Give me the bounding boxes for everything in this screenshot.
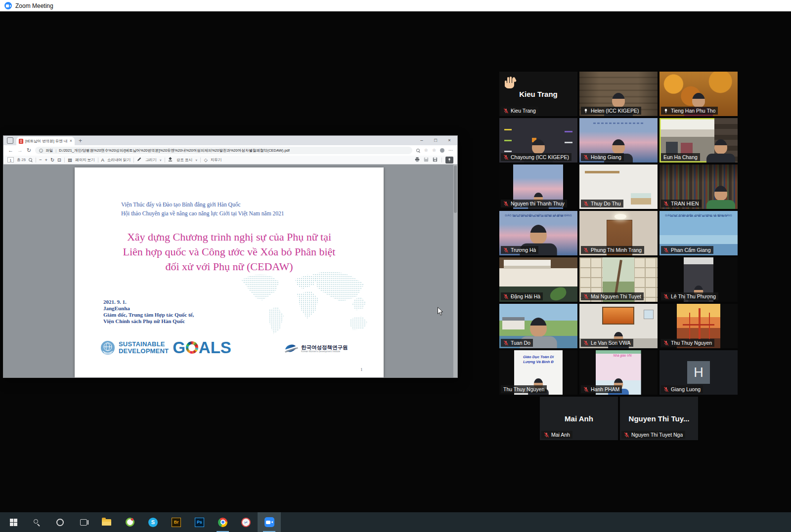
capture-tool-icon[interactable]: ✂ (234, 512, 258, 532)
participant-tile[interactable]: Kieu TrangKieu Trang (499, 72, 577, 116)
window-maximize-button[interactable]: □ (429, 136, 442, 145)
participant-tile[interactable]: HGiang Luong (659, 350, 738, 395)
erase-button[interactable]: 지우기 (211, 158, 222, 163)
zoom-out-icon[interactable]: − (39, 158, 42, 163)
zoom-icon[interactable] (258, 512, 281, 532)
cortana-icon[interactable] (48, 512, 72, 532)
fit-to-page-icon[interactable]: ⊡ (57, 158, 61, 163)
toolbar-pin-icon[interactable] (445, 157, 453, 164)
draw-pen-icon[interactable] (137, 157, 142, 163)
edge-browser-window[interactable]: [베트남어 번역본] 유엔 내 여성... × + – □ × ← → ↻ i … (3, 135, 458, 378)
page-view-icon[interactable]: ▤ (68, 158, 72, 163)
green-app-icon[interactable] (118, 512, 141, 532)
muted-mic-icon (583, 340, 589, 346)
page-view-button[interactable]: 페이지 보기 (75, 158, 95, 163)
participant-name-text: Helen (ICC KIGEPE) (591, 108, 639, 114)
participant-tile[interactable]: Thuy Do Thu (579, 164, 658, 209)
participant-tile[interactable]: Tieng Han Phu Tho (659, 72, 738, 116)
scrollbar-thumb[interactable] (454, 165, 457, 213)
participant-tile[interactable]: Helen (ICC KIGEPE) (579, 72, 658, 116)
draw-chevron-icon[interactable]: ∨ (160, 158, 162, 162)
participant-tile[interactable]: GIÁO DỤC TOÀN DIỆN, CHẤT LƯỢNG VÀ BÌNH Đ… (659, 211, 738, 255)
slide-author: JangEunha (103, 305, 194, 312)
start-icon[interactable] (2, 512, 25, 532)
window-close-button[interactable]: × (442, 136, 456, 145)
search-icon[interactable] (25, 512, 48, 532)
highlight-button[interactable]: 강조 표시 (176, 158, 192, 163)
new-tab-button[interactable]: + (79, 138, 82, 144)
participant-tile[interactable]: Eun Ha Chang (659, 118, 738, 163)
address-input[interactable]: i 파일 | D:/2021_개인/양평원%20연수%20강의/[베트남어%20… (35, 147, 412, 154)
participant-silhouette (705, 186, 737, 209)
participant-tile[interactable]: Đặng Hải Hà (499, 257, 577, 302)
participant-tile[interactable]: Giáo Dục Toàn DiLượng Và Bình ĐThu Thuy … (499, 350, 577, 395)
read-aloud-button[interactable]: 소리내어 읽기 (107, 158, 131, 163)
participant-tile[interactable]: Nguyen Thi Tuy...Nguyen Thi Tuyet Nga (620, 397, 698, 440)
collections-star-icon[interactable]: ☆ (424, 148, 428, 153)
participant-tile[interactable]: TRAN HIEN (659, 164, 738, 209)
muted-mic-icon (583, 155, 589, 160)
active-tab[interactable]: [베트남어 번역본] 유엔 내 여성... × (16, 137, 75, 145)
participant-tile[interactable]: Phung Thi Minh Trang (579, 211, 658, 255)
participant-name-text: Phan Cẩm Giang (671, 247, 711, 253)
print-icon[interactable] (415, 157, 420, 163)
profile-avatar-icon[interactable] (440, 148, 444, 153)
participant-tile[interactable]: Thu Thuy Nguyen (659, 304, 738, 348)
participant-tile[interactable]: GIÁO DỤC TOÀN DIỆN, CHẤT LƯỢNG VÀ BÌNH Đ… (499, 211, 577, 255)
participant-name-text: Thu Thuy Nguyen (671, 340, 712, 346)
skype-icon[interactable]: S (141, 512, 165, 532)
highlighter-icon[interactable] (168, 157, 174, 163)
tab-close-icon[interactable]: × (70, 139, 72, 143)
participant-tile[interactable]: Nhà giáo VNHanh PHAM (579, 350, 658, 395)
tile-banner-text: Nhà giáo VN (603, 354, 642, 357)
page-info-icon[interactable]: i (39, 149, 43, 153)
participant-name-text: Tieng Han Phu Tho (671, 108, 715, 114)
adobe-bridge-icon[interactable]: Br (165, 512, 188, 532)
participant-tile[interactable]: Hoàng Giang (579, 118, 658, 163)
participant-tile[interactable]: Nguyen thi Thanh Thuy (499, 164, 577, 209)
participant-tile[interactable]: Le Van Son VWA (579, 304, 658, 348)
forward-icon[interactable]: → (17, 148, 23, 153)
document-scrollbar[interactable] (453, 164, 457, 377)
participant-tile[interactable]: Tuan Do (499, 304, 577, 348)
pdf-document-area[interactable]: Viện Thúc đẩy và Đào tạo Bình đẳng giới … (3, 164, 457, 377)
participant-name-label: Trương Hà (501, 246, 538, 254)
participant-name-label: Thuy Do Thu (581, 200, 623, 207)
participant-tile[interactable]: Mai AnhMai Anh (540, 397, 618, 440)
save-as-icon[interactable] (433, 157, 438, 163)
muted-mic-icon (503, 201, 509, 206)
read-aloud-icon[interactable]: A (101, 158, 104, 163)
tab-actions-button[interactable] (7, 137, 13, 144)
participant-name-label: TRAN HIEN (661, 200, 702, 207)
favorites-star-icon[interactable]: ☆ (432, 148, 436, 153)
task-view-icon[interactable] (72, 512, 95, 532)
muted-mic-icon (544, 432, 549, 438)
file-explorer-icon[interactable] (95, 512, 118, 532)
muted-mic-icon (663, 201, 669, 206)
zoom-page-icon[interactable] (416, 149, 420, 153)
tab-strip: [베트남어 번역본] 유엔 내 여성... × + – □ × (3, 136, 457, 145)
draw-button[interactable]: 그리기 (145, 158, 157, 163)
adobe-photoshop-icon[interactable]: Ps (188, 512, 211, 532)
refresh-icon[interactable]: ↻ (27, 148, 31, 153)
participant-tile[interactable]: Chayoung (ICC KIGEPE) (499, 118, 577, 163)
participant-tile[interactable]: Mai Nguyen Thi Tuyet (579, 257, 658, 302)
participant-tile[interactable]: Lê Thị Thu Phượng (659, 257, 738, 302)
save-icon[interactable] (424, 157, 429, 163)
participants-grid: Kieu TrangKieu TrangHelen (ICC KIGEPE)Ti… (499, 72, 738, 395)
window-minimize-button[interactable]: – (415, 136, 429, 145)
eraser-icon[interactable]: ◇ (204, 158, 207, 163)
page-number-input[interactable]: 1 (7, 157, 14, 163)
participant-name-label: Lê Thị Thu Phượng (661, 292, 718, 300)
chrome-icon[interactable] (211, 512, 234, 532)
search-document-icon[interactable] (29, 158, 33, 162)
slide-title-line3: đối xử với Phụ nữ (CEDAW) (75, 259, 384, 274)
page-total-label: 총 25 (17, 158, 26, 163)
more-menu-icon[interactable]: ⋯ (448, 148, 453, 153)
highlight-chevron-icon[interactable]: ∨ (195, 158, 197, 162)
participant-name-text: Chayoung (ICC KIGEPE) (511, 154, 569, 160)
muted-mic-icon (583, 201, 589, 206)
zoom-in-icon[interactable]: + (45, 158, 48, 163)
back-icon[interactable]: ← (8, 148, 13, 153)
rotate-icon[interactable]: ↻ (50, 158, 54, 163)
